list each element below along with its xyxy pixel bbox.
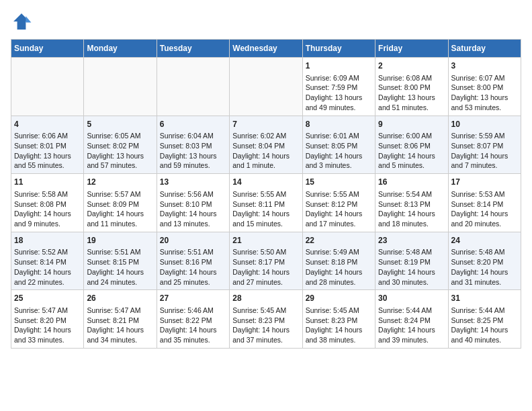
sunset-text: Sunset: 8:07 PM <box>451 142 504 150</box>
sunset-text: Sunset: 8:16 PM <box>160 258 212 266</box>
sunset-text: Sunset: 8:14 PM <box>451 200 504 208</box>
sunrise-text: Sunrise: 5:57 AM <box>87 190 140 198</box>
daylight-text: Daylight: 14 hours and 3 minutes. <box>306 152 363 170</box>
calendar-cell: 2Sunrise: 6:08 AMSunset: 8:00 PMDaylight… <box>375 58 448 116</box>
calendar-cell: 19Sunrise: 5:51 AMSunset: 8:15 PMDayligh… <box>84 232 157 290</box>
calendar-cell: 12Sunrise: 5:57 AMSunset: 8:09 PMDayligh… <box>84 174 157 232</box>
weekday-header-monday: Monday <box>84 40 157 58</box>
sunrise-text: Sunrise: 5:49 AM <box>306 248 359 256</box>
calendar-week-1: 1Sunrise: 6:09 AMSunset: 7:59 PMDaylight… <box>11 58 521 116</box>
daylight-text: Daylight: 14 hours and 31 minutes. <box>451 268 508 286</box>
daylight-text: Daylight: 14 hours and 9 minutes. <box>14 210 71 228</box>
day-number: 30 <box>378 293 445 304</box>
logo <box>11 11 35 32</box>
calendar-cell <box>11 58 84 116</box>
day-number: 13 <box>160 177 226 188</box>
sunrise-text: Sunrise: 6:04 AM <box>160 132 214 140</box>
daylight-text: Daylight: 13 hours and 57 minutes. <box>87 152 144 170</box>
calendar-cell: 30Sunrise: 5:44 AMSunset: 8:24 PMDayligh… <box>375 290 448 349</box>
daylight-text: Daylight: 14 hours and 1 minute. <box>232 152 290 170</box>
sunrise-text: Sunrise: 5:54 AM <box>378 190 432 198</box>
sunrise-text: Sunrise: 5:58 AM <box>14 190 68 198</box>
sunset-text: Sunset: 8:05 PM <box>306 142 358 150</box>
calendar-cell: 1Sunrise: 6:09 AMSunset: 7:59 PMDaylight… <box>302 58 375 116</box>
day-number: 5 <box>87 119 153 130</box>
sunset-text: Sunset: 8:08 PM <box>14 200 66 208</box>
daylight-text: Daylight: 13 hours and 55 minutes. <box>14 152 71 170</box>
daylight-text: Daylight: 14 hours and 25 minutes. <box>160 268 217 286</box>
daylight-text: Daylight: 14 hours and 17 minutes. <box>306 210 363 228</box>
sunrise-text: Sunrise: 5:48 AM <box>378 248 432 256</box>
calendar-cell: 4Sunrise: 6:06 AMSunset: 8:01 PMDaylight… <box>11 116 84 174</box>
calendar-cell: 24Sunrise: 5:48 AMSunset: 8:20 PMDayligh… <box>448 232 521 290</box>
daylight-text: Daylight: 14 hours and 13 minutes. <box>160 210 217 228</box>
calendar-cell <box>84 58 157 116</box>
calendar-cell: 29Sunrise: 5:45 AMSunset: 8:23 PMDayligh… <box>302 290 375 349</box>
sunrise-text: Sunrise: 5:45 AM <box>306 306 359 314</box>
sunset-text: Sunset: 8:00 PM <box>378 83 431 91</box>
weekday-header-sunday: Sunday <box>11 40 84 58</box>
calendar-cell: 9Sunrise: 6:00 AMSunset: 8:06 PMDaylight… <box>375 116 448 174</box>
calendar-cell: 27Sunrise: 5:46 AMSunset: 8:22 PMDayligh… <box>157 290 229 349</box>
daylight-text: Daylight: 14 hours and 27 minutes. <box>232 268 290 286</box>
sunrise-text: Sunrise: 5:56 AM <box>160 190 214 198</box>
logo-icon <box>11 11 32 32</box>
daylight-text: Daylight: 14 hours and 40 minutes. <box>451 326 508 344</box>
sunset-text: Sunset: 8:03 PM <box>160 142 212 150</box>
sunrise-text: Sunrise: 5:44 AM <box>451 306 505 314</box>
sunset-text: Sunset: 8:15 PM <box>87 258 139 266</box>
sunset-text: Sunset: 8:04 PM <box>232 142 285 150</box>
sunrise-text: Sunrise: 5:51 AM <box>87 248 140 256</box>
sunset-text: Sunset: 8:21 PM <box>87 316 139 324</box>
weekday-header-saturday: Saturday <box>448 40 521 58</box>
daylight-text: Daylight: 14 hours and 20 minutes. <box>451 210 508 228</box>
sunset-text: Sunset: 8:14 PM <box>14 258 66 266</box>
day-number: 1 <box>306 60 372 72</box>
sunrise-text: Sunrise: 5:55 AM <box>232 190 286 198</box>
day-number: 12 <box>87 177 153 188</box>
sunset-text: Sunset: 8:06 PM <box>378 142 431 150</box>
day-number: 11 <box>14 177 81 188</box>
calendar-cell: 26Sunrise: 5:47 AMSunset: 8:21 PMDayligh… <box>84 290 157 349</box>
daylight-text: Daylight: 14 hours and 39 minutes. <box>378 326 435 344</box>
day-number: 15 <box>306 177 372 188</box>
sunrise-text: Sunrise: 6:08 AM <box>378 74 432 82</box>
sunrise-text: Sunrise: 5:45 AM <box>232 306 286 314</box>
daylight-text: Daylight: 14 hours and 5 minutes. <box>378 152 435 170</box>
calendar-cell: 5Sunrise: 6:05 AMSunset: 8:02 PMDaylight… <box>84 116 157 174</box>
sunrise-text: Sunrise: 5:52 AM <box>14 248 68 256</box>
sunset-text: Sunset: 8:17 PM <box>232 258 285 266</box>
daylight-text: Daylight: 13 hours and 53 minutes. <box>451 93 508 111</box>
sunrise-text: Sunrise: 5:46 AM <box>160 306 214 314</box>
sunset-text: Sunset: 8:02 PM <box>87 142 139 150</box>
calendar-cell <box>157 58 229 116</box>
day-number: 23 <box>378 235 445 246</box>
day-number: 7 <box>232 119 299 130</box>
sunset-text: Sunset: 8:18 PM <box>306 258 358 266</box>
daylight-text: Daylight: 14 hours and 11 minutes. <box>87 210 144 228</box>
calendar-cell: 18Sunrise: 5:52 AMSunset: 8:14 PMDayligh… <box>11 232 84 290</box>
day-number: 3 <box>451 60 518 72</box>
sunrise-text: Sunrise: 5:55 AM <box>306 190 359 198</box>
calendar-week-5: 25Sunrise: 5:47 AMSunset: 8:20 PMDayligh… <box>11 290 521 349</box>
daylight-text: Daylight: 14 hours and 15 minutes. <box>232 210 290 228</box>
daylight-text: Daylight: 14 hours and 24 minutes. <box>87 268 144 286</box>
day-number: 8 <box>306 119 372 130</box>
day-number: 14 <box>232 177 299 188</box>
day-number: 27 <box>160 293 226 304</box>
calendar-cell: 3Sunrise: 6:07 AMSunset: 8:00 PMDaylight… <box>448 58 521 116</box>
calendar-cell: 28Sunrise: 5:45 AMSunset: 8:23 PMDayligh… <box>230 290 302 349</box>
sunset-text: Sunset: 8:23 PM <box>306 316 358 324</box>
sunrise-text: Sunrise: 6:05 AM <box>87 132 140 140</box>
calendar-cell: 14Sunrise: 5:55 AMSunset: 8:11 PMDayligh… <box>230 174 302 232</box>
weekday-header-thursday: Thursday <box>302 40 375 58</box>
calendar-table: SundayMondayTuesdayWednesdayThursdayFrid… <box>11 39 521 349</box>
calendar-body: 1Sunrise: 6:09 AMSunset: 7:59 PMDaylight… <box>11 58 521 349</box>
daylight-text: Daylight: 14 hours and 22 minutes. <box>14 268 71 286</box>
calendar-cell: 13Sunrise: 5:56 AMSunset: 8:10 PMDayligh… <box>157 174 229 232</box>
daylight-text: Daylight: 14 hours and 37 minutes. <box>232 326 290 344</box>
day-number: 21 <box>232 235 299 246</box>
sunset-text: Sunset: 7:59 PM <box>306 83 358 91</box>
sunset-text: Sunset: 8:20 PM <box>451 258 504 266</box>
day-number: 22 <box>306 235 372 246</box>
